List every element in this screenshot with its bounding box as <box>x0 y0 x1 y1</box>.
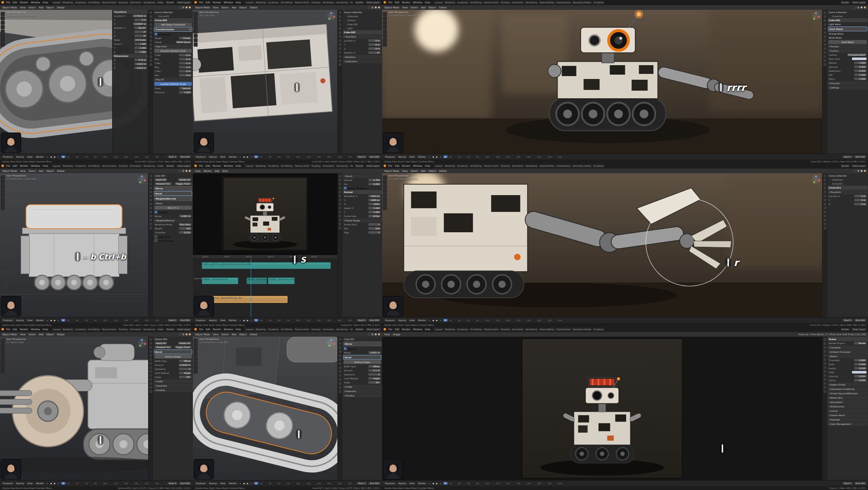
property-row[interactable]: Shading <box>154 388 193 392</box>
workspace-tab[interactable]: Shading <box>500 328 511 331</box>
property-row[interactable]: Bevel <box>154 191 192 196</box>
transport-button[interactable]: ◀ <box>243 155 245 158</box>
property-row[interactable]: Location Rotation Scale <box>154 49 192 53</box>
scene-selector[interactable]: Scene <box>166 165 175 167</box>
property-row[interactable]: Mirror <box>154 201 193 205</box>
property-value[interactable]: ✕ <box>189 28 191 31</box>
editor-menu-item[interactable]: Object <box>46 333 54 336</box>
playback-menu[interactable]: Playback <box>384 155 396 158</box>
timeline-view-menu[interactable]: View <box>26 155 33 158</box>
property-row[interactable]: Shading <box>343 394 382 398</box>
tool-icon[interactable] <box>383 29 387 33</box>
shading-mode-icons[interactable] <box>854 170 866 172</box>
workspace-tab[interactable]: Texture Paint <box>483 328 499 331</box>
properties-tab-icon[interactable] <box>149 63 152 66</box>
properties-tab-icon[interactable] <box>338 43 342 46</box>
blender-logo-icon[interactable] <box>194 328 197 331</box>
timeline-ruler[interactable]: 20 40 60 80 100 120 140 160 180 <box>449 319 841 321</box>
timeline[interactable]: Playback Keying View Marker « ◀ ▶ » 1 20… <box>193 480 382 486</box>
editor-menu-item[interactable]: Object Mode <box>2 333 17 336</box>
editor-menu-item[interactable]: Select <box>410 6 418 9</box>
property-row[interactable]: Circle.003 <box>154 14 193 18</box>
menu-item[interactable]: File <box>388 328 393 331</box>
properties-tab-icon[interactable] <box>823 43 827 46</box>
editor-menu-item[interactable]: Add <box>231 6 237 9</box>
timeline[interactable]: Playback Keying View Marker « ◀ ▶ » 1 20… <box>0 480 193 486</box>
property-row[interactable]: Axis X Y Z <box>154 206 192 210</box>
properties-tab-icon[interactable] <box>823 206 827 210</box>
view-layer-selector[interactable]: View Layer <box>851 165 867 167</box>
editor-menu-item[interactable]: View <box>402 6 408 9</box>
field-value[interactable]: XYZ Euler <box>134 39 147 41</box>
tool-icon[interactable] <box>383 206 387 210</box>
property-row[interactable]: Mirror <box>154 186 192 191</box>
transport-button[interactable]: « <box>239 155 241 158</box>
workspace-tab[interactable]: Animation <box>129 164 142 167</box>
property-row[interactable]: WeightedNormal <box>154 218 193 222</box>
workspace-tab[interactable]: Sculpting <box>267 1 280 4</box>
timeline-ruler[interactable]: 20 40 60 80 100 120 140 160 180 <box>449 482 841 485</box>
property-row[interactable]: Collection <box>343 14 382 18</box>
workspace-tab[interactable]: Compositing <box>555 328 571 331</box>
property-row[interactable]: Clipping <box>343 347 382 351</box>
properties-tab-icon[interactable] <box>338 27 342 30</box>
property-row[interactable]: Pan 0.000 <box>343 182 382 186</box>
keying-menu[interactable]: Keying <box>15 319 25 321</box>
property-value[interactable]: 100% <box>368 203 381 205</box>
property-row[interactable]: % 100% <box>343 202 382 206</box>
frame-end-field[interactable]: End 250 <box>854 155 866 158</box>
frame-end-field[interactable]: End 250 <box>179 319 191 321</box>
timeline[interactable]: Playback Keying View Marker « ◀ ▶ » 1 20… <box>193 154 382 159</box>
editor-menu-item[interactable]: View <box>195 170 201 173</box>
navigation-gizmo-icon[interactable] <box>811 175 821 184</box>
transport-button[interactable]: ◀ <box>432 482 435 485</box>
property-value[interactable]: 0.000 <box>854 379 867 382</box>
tool-icon[interactable] <box>1 339 5 343</box>
property-row[interactable]: Ambient Occlusion <box>828 350 868 354</box>
property-row[interactable]: Transformation ✕ <box>154 27 192 32</box>
workspace-tab[interactable]: Rendering <box>143 1 156 4</box>
property-value[interactable]: 0.450 <box>854 70 867 72</box>
workspace-tab[interactable]: Animation <box>129 1 142 4</box>
properties-tab-icon[interactable] <box>823 23 827 26</box>
viewport[interactable]: User Perspective (1) Collection | Circle… <box>382 173 822 317</box>
property-row[interactable]: Viewport Vis. Toggle Them <box>154 182 193 186</box>
transform-field-row[interactable]: Y 1.000 <box>113 46 148 50</box>
property-row[interactable]: Bevel <box>154 349 192 354</box>
material-shading-icon[interactable] <box>185 6 188 9</box>
property-row[interactable]: Collection <box>828 178 868 182</box>
blender-logo-icon[interactable] <box>384 165 386 167</box>
menu-item[interactable]: Window <box>413 328 423 331</box>
workspace-tab[interactable]: Modeling <box>255 1 267 4</box>
editor-menu-item[interactable]: Global <box>249 6 258 9</box>
scene-selector[interactable]: Scene <box>355 165 364 167</box>
property-row[interactable]: Amount 0.0026 m <box>154 363 193 367</box>
property-row[interactable]: Resolution X 1920 px <box>343 194 382 198</box>
property-row[interactable]: Owner World Space <box>154 40 193 44</box>
playback-menu[interactable]: Playback <box>195 319 207 321</box>
tool-icon[interactable] <box>194 38 198 42</box>
transport-button[interactable]: « <box>46 482 48 485</box>
tool-icon[interactable] <box>383 34 387 38</box>
tool-icon[interactable] <box>1 361 5 365</box>
editor-menu-item[interactable]: Object <box>428 170 436 173</box>
workspace-tab[interactable]: Video Editing <box>349 164 353 167</box>
menu-item[interactable]: Help <box>42 1 48 4</box>
workspace-tab[interactable]: Video Editing <box>349 328 353 331</box>
workspace-tab[interactable]: Layout <box>52 328 61 331</box>
tool-icon[interactable] <box>1 365 5 369</box>
property-value[interactable]: 1.450 <box>854 74 867 76</box>
shading-mode-icons[interactable] <box>179 333 191 336</box>
menu-item[interactable]: Edit <box>205 328 211 331</box>
viewport[interactable]: User Perspective (1) Collection | Cube.0… <box>0 173 148 317</box>
property-row[interactable]: Order Default <box>154 86 193 90</box>
property-value[interactable]: 1.000 <box>179 91 191 94</box>
workspace-tab[interactable]: Modeling <box>62 164 74 167</box>
menu-item[interactable]: Edit <box>12 165 18 167</box>
property-row[interactable]: Geometry <box>154 384 193 388</box>
property-row[interactable]: Collections <box>343 59 382 63</box>
timeline[interactable]: Playback Keying View Marker « ◀ ▶ » 1 20… <box>193 317 382 323</box>
transform-field-row[interactable]: Z 0° <box>113 34 148 38</box>
property-row[interactable]: Depth of Field <box>828 383 868 387</box>
properties-tab-icon[interactable] <box>338 198 342 202</box>
